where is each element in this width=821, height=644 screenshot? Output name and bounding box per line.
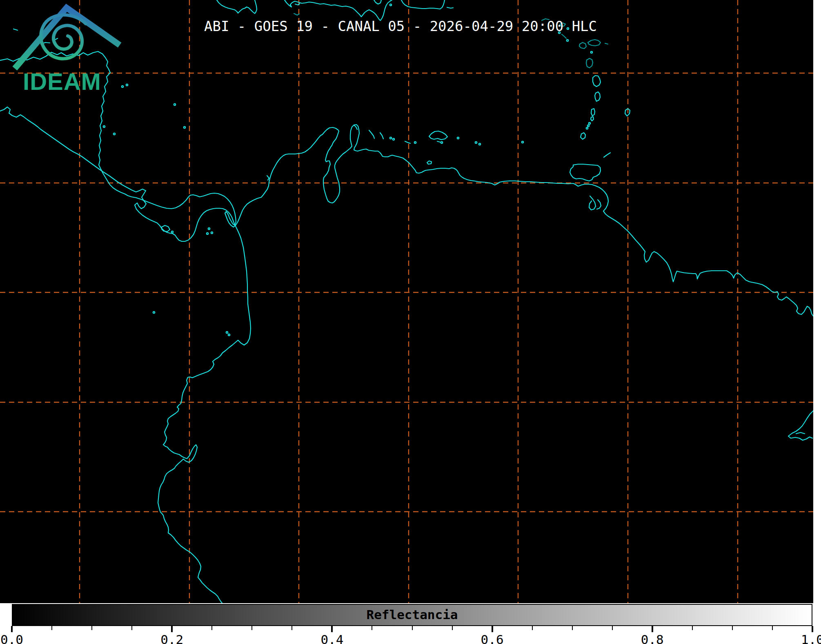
island-bonaire: [380, 133, 383, 139]
island-coiba: [162, 225, 170, 232]
colorbar-tick-label: 1.0: [801, 632, 821, 644]
colorbar-major-tick: [652, 626, 653, 632]
island-los-roques: [405, 141, 410, 143]
ideam-spiral-icon: [41, 15, 86, 59]
islet-frailes-2: [479, 143, 481, 145]
islet-las-aves-2: [393, 138, 394, 140]
coast-amazon-mouth: [788, 411, 813, 440]
colorbar-tick-label: 0.4: [320, 632, 343, 644]
islet-nevis: [567, 40, 568, 41]
islet-gorgona: [226, 332, 228, 333]
colorbar-tick-label: 0.0: [0, 632, 23, 644]
island-antigua: [579, 42, 586, 49]
colorbar-major-tick: [171, 626, 173, 632]
island-dr-east-fragment: [374, 0, 381, 4]
colorbar-minor-tick: [532, 626, 533, 630]
islet-malpelo: [153, 312, 155, 313]
island-dominica: [593, 76, 601, 87]
colorbar-minor-tick: [412, 626, 413, 630]
islet-providencia: [174, 104, 176, 105]
island-st-lucia: [591, 109, 595, 116]
island-curacao: [369, 130, 374, 138]
colorbar-title: Reflectancia: [367, 607, 458, 622]
islet-pearl-is-2: [211, 232, 213, 234]
map-title: ABI - GOES 19 - CANAL 05 - 2026-04-29 20…: [204, 18, 597, 34]
island-vieques: [447, 7, 453, 8]
island-tobago: [604, 153, 610, 157]
lagoon-cienaga-santa-marta: [267, 176, 269, 180]
colorbar-major-tick: [331, 626, 333, 632]
colorbar-minor-tick: [51, 626, 52, 630]
islet-frailes-1: [475, 142, 477, 143]
island-guadeloupe: [586, 58, 593, 68]
colorbar-minor-tick: [612, 626, 613, 630]
islet-coche: [441, 142, 443, 143]
colorbar-minor-tick: [452, 626, 453, 630]
islet-pearl-cay: [103, 126, 105, 127]
colorbar-tick-label: 0.6: [481, 632, 504, 644]
island-barbuda: [588, 40, 608, 46]
islet-grenadine-3: [586, 127, 588, 129]
satellite-map-canvas: ABI - GOES 19 - CANAL 05 - 2026-04-29 20…: [0, 0, 813, 603]
ideam-logo: IDEAM: [0, 0, 139, 95]
colorbar-minor-tick: [732, 626, 733, 630]
islet-pearl-is-1: [208, 228, 210, 230]
colorbar-minor-tick: [372, 626, 372, 630]
islet-antigua-cay: [591, 51, 592, 53]
islet-pearl-cay-2: [113, 133, 115, 135]
island-aruba: [354, 125, 357, 129]
colorbar-major-tick: [11, 626, 13, 632]
colorbar-minor-tick: [291, 626, 292, 630]
ideam-logo-text: IDEAM: [23, 68, 101, 95]
coast-orinoco-delta-channels: [589, 196, 601, 210]
colorbar-minor-tick: [131, 626, 132, 630]
islet-san-andres: [184, 127, 185, 128]
island-st-vincent: [591, 117, 594, 121]
island-ile-a-vache: [295, 4, 300, 5]
island-puerto-rico: [401, 0, 445, 9]
colorbar-minor-tick: [772, 626, 773, 630]
island-la-tortuga: [427, 161, 432, 164]
islet-mona: [390, 4, 392, 6]
colorbar-minor-tick: [251, 626, 252, 630]
island-jamaica: [217, 0, 257, 13]
islet-los-hermanos: [522, 141, 523, 143]
figure: { "title": {"text": "ABI - GOES 19 - CAN…: [0, 0, 821, 644]
islet-pearl-is-3: [207, 233, 208, 234]
islet-gorgonilla: [228, 334, 230, 336]
islet-los-testigos: [457, 137, 459, 139]
island-margarita: [429, 131, 447, 140]
colorbar-minor-tick: [211, 626, 212, 630]
island-la-orchila: [437, 141, 440, 142]
coast-pacific-mainland: [0, 107, 251, 603]
islet-grenadine-2: [587, 125, 589, 127]
colorbar-minor-tick: [91, 626, 92, 630]
colorbar-major-tick: [492, 626, 493, 632]
islet-las-aves-1: [390, 137, 392, 139]
colorbar-minor-tick: [692, 626, 693, 630]
islet-coiba-south: [171, 231, 173, 233]
colorbar-tick-label: 0.2: [160, 632, 183, 644]
island-trinidad: [570, 164, 601, 181]
colorbar-tick-label: 0.8: [641, 632, 664, 644]
colorbar: Reflectancia: [12, 604, 812, 626]
colorbar-minor-tick: [572, 626, 573, 630]
island-st-kitts: [562, 34, 566, 38]
colorbar-major-tick: [812, 626, 813, 632]
island-martinique: [595, 92, 600, 101]
islet-grenadine-1: [589, 123, 590, 124]
island-grenada: [581, 133, 585, 139]
islet-los-roques-e: [414, 142, 416, 143]
